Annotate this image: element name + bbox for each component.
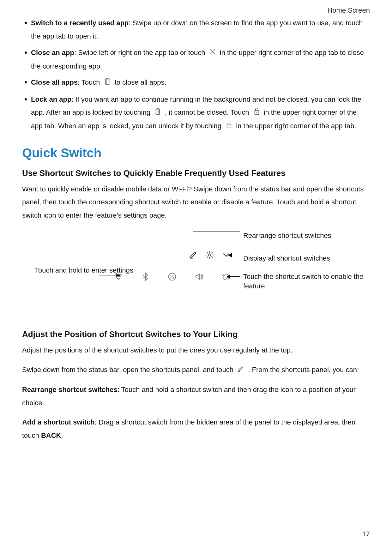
figure-connector-line xyxy=(193,232,193,249)
edit-icon xyxy=(237,364,244,377)
paragraph-shortcut-intro: Want to quickly enable or disable mobile… xyxy=(22,183,370,222)
lock-open-icon xyxy=(253,106,260,120)
bullet-close-all: Close all apps: Touch to close all apps. xyxy=(22,76,370,89)
para-title: Rearrange shortcut switches xyxy=(22,386,118,394)
paragraph-adjust-intro: Adjust the positions of the shortcut swi… xyxy=(22,344,370,357)
shortcut-switch-figure: Touch and hold to enter settings xyxy=(22,232,370,317)
text-span: Swipe down from the status bar, open the… xyxy=(22,366,235,374)
lock-icon xyxy=(225,120,232,133)
figure-label-touch-enable: Touch the shortcut switch to enable the … xyxy=(243,272,370,291)
paragraph-add-switch: Add a shortcut switch: Drag a shortcut s… xyxy=(22,416,370,442)
section-title-quick-switch: Quick Switch xyxy=(22,146,370,160)
svg-point-3 xyxy=(118,279,119,280)
bullet-close-app: Close an app: Swipe left or right on the… xyxy=(22,46,370,73)
bullet-text: to close all apps. xyxy=(115,78,166,86)
subsection-shortcut-switches: Use Shortcut Switches to Quickly Enable … xyxy=(22,168,370,178)
breadcrumb: Home Screen xyxy=(22,6,370,15)
svg-point-1 xyxy=(229,125,229,126)
wifi-icon xyxy=(114,272,123,283)
recent-apps-bullet-list: Switch to a recently used app: Swipe up … xyxy=(22,16,370,133)
bullet-title: Lock an app xyxy=(31,95,71,103)
figure-label-display-all: Display all shortcut switches xyxy=(243,254,330,263)
figure-connector-line xyxy=(229,276,240,277)
edit-icon xyxy=(189,250,198,261)
svg-point-0 xyxy=(256,112,257,112)
para-title: Add a shortcut switch xyxy=(22,418,95,426)
bullet-title: Close an app xyxy=(31,49,74,57)
mobile-data-icon xyxy=(167,272,177,283)
arrow-left-icon xyxy=(226,274,230,279)
paragraph-swipe-down: Swipe down from the status bar, open the… xyxy=(22,363,370,377)
trash-icon xyxy=(154,106,161,120)
page-number: 17 xyxy=(362,530,370,538)
para-text: . xyxy=(61,431,63,439)
bullet-lock-app: Lock an app: If you want an app to conti… xyxy=(22,93,370,133)
figure-shortcut-row xyxy=(114,272,231,283)
bluetooth-icon xyxy=(141,272,150,283)
figure-label-rearrange: Rearrange shortcut switches xyxy=(243,231,331,240)
bullet-title: Switch to a recently used app xyxy=(31,19,129,27)
gear-icon xyxy=(205,250,214,261)
figure-connector-line xyxy=(231,255,240,255)
figure-connector-line xyxy=(193,232,240,232)
bullet-text: in the upper right corner of the app tab… xyxy=(236,122,356,130)
back-label: BACK xyxy=(41,431,61,439)
arrow-left-icon xyxy=(227,253,232,257)
sound-icon xyxy=(194,272,204,283)
bullet-switch-app: Switch to a recently used app: Swipe up … xyxy=(22,16,370,43)
page-container: Home Screen Switch to a recently used ap… xyxy=(0,0,392,554)
close-icon xyxy=(209,46,216,60)
bullet-text: : Touch xyxy=(78,78,102,86)
svg-point-2 xyxy=(208,254,211,256)
bullet-title: Close all apps xyxy=(31,78,78,86)
subsection-adjust-position: Adjust the Position of Shortcut Switches… xyxy=(22,329,370,339)
bullet-text: , it cannot be closed. Touch xyxy=(165,108,251,116)
paragraph-rearrange: Rearrange shortcut switches: Touch and h… xyxy=(22,383,370,410)
bullet-text: : Swipe left or right on the app tab or … xyxy=(74,49,207,57)
figure-top-icons xyxy=(189,250,231,261)
trash-icon xyxy=(104,76,111,90)
text-span: . From the shortcuts panel, you can: xyxy=(248,366,359,374)
